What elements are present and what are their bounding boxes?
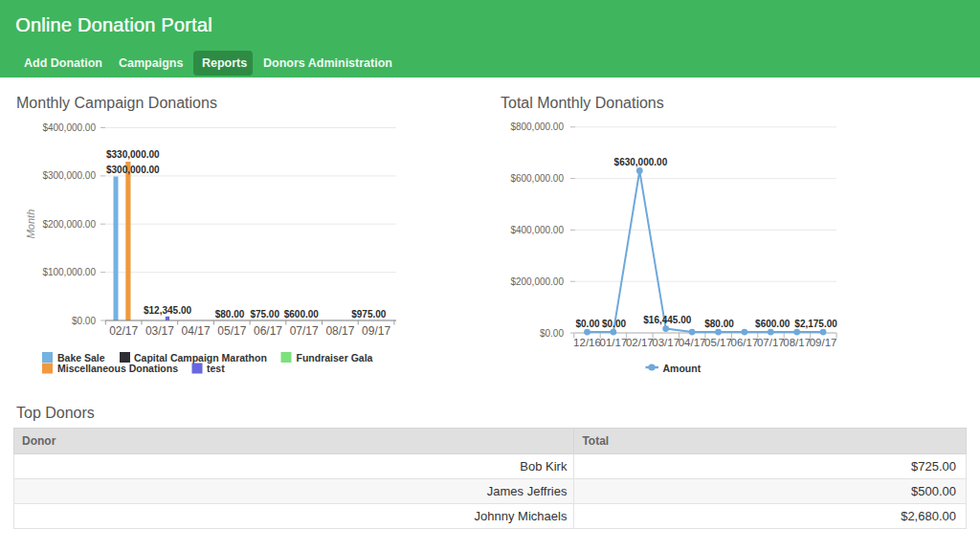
svg-text:$300,000.00: $300,000.00 bbox=[106, 165, 160, 175]
svg-text:07/17: 07/17 bbox=[290, 324, 319, 338]
svg-text:06/17: 06/17 bbox=[254, 324, 282, 338]
svg-text:$80.00: $80.00 bbox=[215, 309, 245, 320]
svg-text:07/17: 07/17 bbox=[757, 337, 785, 348]
svg-text:05/17: 05/17 bbox=[217, 324, 246, 338]
svg-text:Capital Campaign Marathon: Capital Campaign Marathon bbox=[134, 352, 267, 364]
svg-text:01/17: 01/17 bbox=[600, 337, 628, 348]
svg-text:09/17: 09/17 bbox=[810, 337, 837, 348]
svg-text:08/17: 08/17 bbox=[325, 324, 354, 338]
svg-text:03/17: 03/17 bbox=[652, 337, 679, 348]
svg-text:$200,000.00: $200,000.00 bbox=[42, 219, 96, 230]
svg-text:$0.00: $0.00 bbox=[540, 328, 564, 339]
svg-text:$0.00: $0.00 bbox=[602, 319, 626, 329]
svg-text:$800,000.00: $800,000.00 bbox=[510, 121, 564, 132]
svg-text:02/17: 02/17 bbox=[109, 324, 138, 338]
svg-text:Fundraiser Gala: Fundraiser Gala bbox=[297, 352, 373, 364]
svg-text:$80.00: $80.00 bbox=[704, 319, 734, 329]
svg-text:$16,445.00: $16,445.00 bbox=[643, 315, 691, 325]
svg-text:Amount: Amount bbox=[663, 363, 702, 374]
svg-text:04/17: 04/17 bbox=[182, 324, 211, 338]
svg-text:08/17: 08/17 bbox=[783, 337, 811, 348]
svg-text:06/17: 06/17 bbox=[731, 337, 759, 348]
svg-text:test: test bbox=[207, 363, 225, 374]
svg-text:12/16: 12/16 bbox=[573, 337, 601, 348]
svg-text:$975.00: $975.00 bbox=[351, 309, 387, 320]
svg-text:$400,000.00: $400,000.00 bbox=[510, 225, 564, 235]
svg-text:$0.00: $0.00 bbox=[72, 316, 96, 326]
svg-text:$12,345.00: $12,345.00 bbox=[144, 305, 191, 316]
svg-text:05/17: 05/17 bbox=[704, 337, 732, 348]
svg-text:02/17: 02/17 bbox=[626, 337, 654, 348]
svg-text:$600.00: $600.00 bbox=[284, 309, 320, 320]
svg-text:09/17: 09/17 bbox=[362, 324, 390, 338]
svg-text:$2,175.00: $2,175.00 bbox=[794, 319, 837, 329]
svg-text:$600.00: $600.00 bbox=[755, 319, 791, 329]
svg-text:$330,000.00: $330,000.00 bbox=[106, 149, 160, 160]
svg-text:03/17: 03/17 bbox=[145, 324, 174, 338]
svg-text:$100,000.00: $100,000.00 bbox=[42, 267, 96, 277]
svg-text:$400,000.00: $400,000.00 bbox=[42, 122, 96, 133]
svg-text:$600,000.00: $600,000.00 bbox=[510, 173, 564, 184]
svg-text:$300,000.00: $300,000.00 bbox=[42, 170, 96, 181]
svg-text:Bake Sale: Bake Sale bbox=[57, 352, 105, 364]
svg-text:$0.00: $0.00 bbox=[575, 319, 599, 329]
svg-text:$200,000.00: $200,000.00 bbox=[510, 276, 564, 287]
svg-text:Month: Month bbox=[25, 209, 36, 239]
svg-text:$75.00: $75.00 bbox=[250, 309, 279, 320]
svg-text:04/17: 04/17 bbox=[679, 337, 706, 348]
svg-text:$630,000.00: $630,000.00 bbox=[614, 157, 668, 167]
svg-text:Miscellaneous Donations: Miscellaneous Donations bbox=[57, 363, 178, 374]
